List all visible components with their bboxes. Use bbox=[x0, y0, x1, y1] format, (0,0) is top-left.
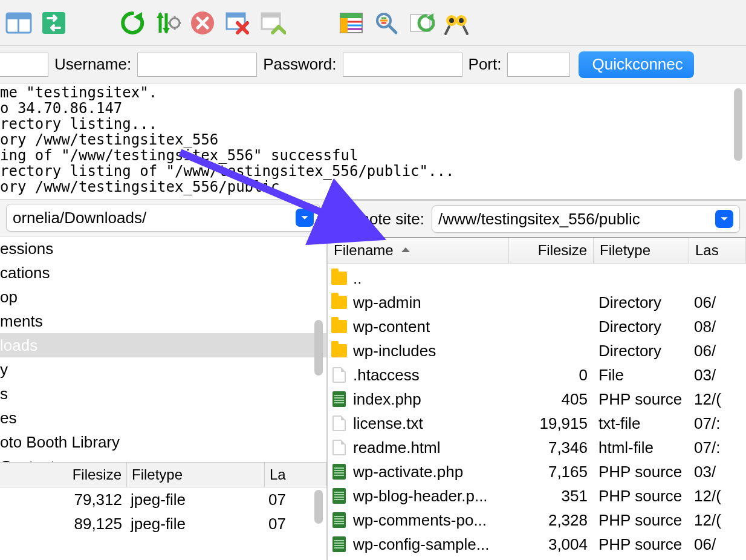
remote-file-row[interactable]: wp-includesDirectory06/ bbox=[328, 339, 746, 363]
log-text: me "testingsitex". o 34.70.86.147 rector… bbox=[0, 83, 746, 195]
local-site-bar: ornelia/Downloads/ bbox=[0, 200, 326, 236]
remote-file-row[interactable]: .htaccess0File03/ bbox=[328, 363, 746, 387]
php-file-icon bbox=[332, 464, 346, 480]
remote-file-row[interactable]: wp-comments-po...2,328PHP source12/( bbox=[328, 508, 746, 532]
local-tree-item[interactable]: es bbox=[0, 406, 326, 430]
port-label: Port: bbox=[469, 55, 502, 74]
php-file-icon bbox=[332, 488, 346, 504]
username-input[interactable] bbox=[137, 53, 257, 77]
folder-icon bbox=[331, 272, 347, 285]
host-input[interactable] bbox=[0, 53, 48, 77]
file-icon bbox=[332, 415, 346, 431]
remote-file-row[interactable]: wp-blog-header.p...351PHP source12/( bbox=[328, 484, 746, 508]
remote-file-row[interactable]: wp-config-sample...3,004PHP source06/ bbox=[328, 532, 746, 556]
local-header-filetype[interactable]: Filetype bbox=[127, 463, 265, 487]
remote-file-list[interactable]: ..wp-adminDirectory06/wp-contentDirector… bbox=[328, 264, 746, 560]
file-icon bbox=[332, 367, 346, 383]
svg-marker-4 bbox=[134, 12, 142, 22]
local-tree-item[interactable]: Contents bbox=[0, 454, 326, 462]
local-site-path: ornelia/Downloads/ bbox=[13, 209, 146, 227]
svg-marker-5 bbox=[157, 12, 164, 18]
refresh-button[interactable] bbox=[118, 9, 146, 37]
folder-icon bbox=[331, 296, 347, 309]
local-tree-item[interactable]: loads bbox=[0, 333, 326, 357]
svg-rect-12 bbox=[262, 13, 280, 18]
local-file-row[interactable]: 89,125jpeg-file07 bbox=[0, 512, 326, 536]
remote-file-row[interactable]: .. bbox=[328, 266, 746, 290]
reconnect-button[interactable] bbox=[259, 9, 287, 37]
remote-file-row[interactable]: license.txt19,915txt-file07/: bbox=[328, 411, 746, 435]
remote-file-row[interactable]: wp-adminDirectory06/ bbox=[328, 290, 746, 314]
svg-rect-2 bbox=[18, 19, 19, 33]
remote-header-filetype[interactable]: Filetype bbox=[594, 238, 689, 263]
site-manager-button[interactable] bbox=[5, 9, 33, 37]
file-icon bbox=[332, 440, 346, 455]
svg-rect-10 bbox=[227, 13, 245, 18]
local-tree-item[interactable]: oto Booth Library bbox=[0, 430, 326, 454]
svg-line-32 bbox=[464, 27, 467, 34]
connection-bar: Username: Password: Port: Quickconnec bbox=[0, 46, 746, 83]
svg-rect-14 bbox=[340, 13, 362, 18]
chevron-down-icon[interactable] bbox=[715, 210, 733, 228]
php-file-icon bbox=[332, 536, 346, 552]
directory-comparison-button[interactable] bbox=[407, 9, 435, 37]
remote-site-combo[interactable]: /www/testingsitex_556/public bbox=[432, 205, 740, 233]
local-tree-item[interactable]: s bbox=[0, 382, 326, 406]
remote-file-row[interactable]: wp-contentDirectory08/ bbox=[328, 314, 746, 339]
local-tree-item[interactable]: op bbox=[0, 285, 326, 309]
svg-point-7 bbox=[170, 18, 180, 28]
local-file-header: Filesize Filetype La bbox=[0, 462, 326, 487]
svg-rect-1 bbox=[7, 13, 31, 19]
log-scrollbar[interactable] bbox=[734, 88, 742, 191]
port-input[interactable] bbox=[507, 53, 570, 77]
local-file-row[interactable]: 79,312jpeg-file07 bbox=[0, 487, 326, 512]
php-file-icon bbox=[332, 391, 346, 407]
remote-file-row[interactable]: wp-activate.php7,165PHP source03/ bbox=[328, 460, 746, 484]
toggle-directory-listing-button[interactable] bbox=[337, 9, 365, 37]
remote-file-header: Filename Filesize Filetype Las bbox=[328, 237, 746, 264]
local-pane: ornelia/Downloads/ essionscationsopments… bbox=[0, 200, 328, 560]
folder-icon bbox=[331, 320, 347, 333]
svg-point-28 bbox=[449, 18, 454, 23]
remote-site-bar: Remote site: /www/testingsitex_556/publi… bbox=[328, 201, 746, 237]
local-header-filesize[interactable]: Filesize bbox=[0, 463, 127, 487]
local-site-combo[interactable]: ornelia/Downloads/ bbox=[6, 204, 320, 232]
toggle-transfer-queue-button[interactable] bbox=[40, 9, 68, 37]
remote-header-filename[interactable]: Filename bbox=[328, 238, 509, 263]
svg-marker-6 bbox=[163, 28, 170, 34]
local-tree-scrollbar[interactable] bbox=[314, 320, 323, 376]
local-tree-item[interactable]: y bbox=[0, 357, 326, 382]
local-tree[interactable]: essionscationsopmentsloadsysesoto Booth … bbox=[0, 236, 326, 462]
cancel-button[interactable] bbox=[189, 9, 216, 37]
local-file-scrollbar[interactable] bbox=[314, 490, 323, 524]
svg-rect-30 bbox=[454, 19, 459, 22]
remote-site-label: Remote site: bbox=[336, 210, 424, 229]
password-label: Password: bbox=[263, 55, 336, 74]
svg-point-29 bbox=[459, 18, 464, 23]
remote-site-path: /www/testingsitex_556/public bbox=[438, 210, 640, 229]
filter-button[interactable] bbox=[372, 9, 400, 37]
svg-line-31 bbox=[446, 27, 449, 34]
processing-queue-button[interactable] bbox=[154, 9, 181, 37]
sort-ascending-icon bbox=[400, 244, 412, 256]
svg-rect-15 bbox=[340, 18, 348, 33]
php-file-icon bbox=[332, 512, 346, 528]
local-file-list[interactable]: 79,312jpeg-file0789,125jpeg-file07 bbox=[0, 487, 326, 560]
local-tree-item[interactable]: cations bbox=[0, 261, 326, 285]
remote-file-row[interactable]: readme.html7,346html-file07/: bbox=[328, 435, 746, 460]
toolbar bbox=[0, 0, 746, 46]
folder-icon bbox=[331, 344, 347, 357]
remote-header-filesize[interactable]: Filesize bbox=[509, 238, 594, 263]
search-button[interactable] bbox=[443, 9, 470, 37]
svg-line-20 bbox=[389, 25, 396, 33]
local-tree-item[interactable]: essions bbox=[0, 236, 326, 261]
password-input[interactable] bbox=[343, 53, 462, 77]
disconnect-button[interactable] bbox=[224, 9, 251, 37]
local-header-modified[interactable]: La bbox=[265, 463, 326, 487]
remote-file-row[interactable]: index.php405PHP source12/( bbox=[328, 387, 746, 411]
local-tree-item[interactable]: ments bbox=[0, 309, 326, 333]
log-panel: me "testingsitex". o 34.70.86.147 rector… bbox=[0, 83, 746, 200]
quickconnect-button[interactable]: Quickconnec bbox=[579, 51, 693, 78]
chevron-down-icon[interactable] bbox=[296, 209, 314, 227]
remote-header-modified[interactable]: Las bbox=[689, 238, 746, 263]
